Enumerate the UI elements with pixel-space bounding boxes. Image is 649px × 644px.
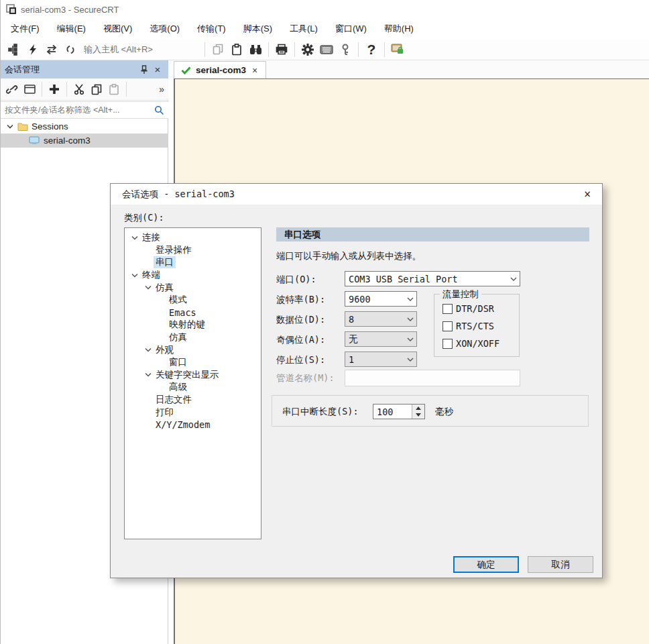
category-item-1[interactable]: 登录操作 — [125, 244, 261, 257]
toolbar-separator — [66, 82, 67, 97]
category-item-label: 仿真 — [154, 282, 176, 294]
category-item-6[interactable]: Emacs — [125, 307, 261, 319]
chevron-down-icon[interactable] — [404, 337, 416, 341]
category-item-12[interactable]: 高级 — [125, 381, 261, 394]
host-input[interactable] — [84, 42, 201, 58]
checkbox-rts-cts[interactable]: RTS/CTS — [442, 321, 494, 331]
chevron-down-icon[interactable] — [508, 277, 520, 281]
dialog-title-bar: 会话选项 - serial-com3 — [111, 184, 602, 205]
category-item-label: 模式 — [167, 294, 189, 306]
find-icon[interactable] — [246, 41, 265, 58]
menu-item-4[interactable]: 传输(T) — [188, 19, 235, 38]
paste-icon[interactable] — [105, 81, 123, 97]
serial-options-header: 串口选项 — [276, 227, 589, 241]
menu-item-1[interactable]: 编辑(E) — [48, 19, 95, 38]
tab-bar: serial-com3 × — [168, 60, 649, 78]
connect-icon[interactable] — [3, 81, 21, 97]
ok-button[interactable]: 确定 — [453, 556, 519, 573]
chevron-down-icon[interactable] — [129, 273, 140, 278]
pin-icon[interactable] — [137, 63, 151, 76]
close-icon[interactable]: × — [151, 63, 164, 76]
checkbox-xon-xoff[interactable]: XON/XOFF — [442, 338, 499, 349]
toolbar-separator — [294, 42, 295, 57]
chevron-down-icon[interactable] — [129, 235, 140, 240]
category-item-label: 关键字突出显示 — [154, 369, 221, 381]
category-item-14[interactable]: 打印 — [125, 406, 261, 419]
menu-item-8[interactable]: 帮助(H) — [375, 19, 422, 38]
options-gear-icon[interactable] — [298, 41, 317, 58]
break-length-spinner[interactable]: 100 — [373, 404, 425, 419]
chevron-down-icon[interactable] — [5, 124, 15, 129]
spinner-down-icon[interactable] — [412, 412, 424, 419]
tab-serial-com3[interactable]: serial-com3 × — [174, 61, 266, 78]
tree-item-sessions[interactable]: Sessions — [1, 119, 168, 133]
copy-icon[interactable] — [209, 41, 227, 58]
baud-combobox[interactable]: 9600 — [345, 291, 417, 307]
paste-icon[interactable] — [227, 41, 246, 58]
new-window-icon[interactable] — [21, 81, 38, 97]
key-icon[interactable] — [336, 41, 355, 58]
category-item-label: 仿真 — [167, 331, 189, 343]
toolbar-overflow-icon[interactable]: » — [159, 84, 164, 95]
tree-item-session[interactable]: serial-com3 — [1, 133, 168, 148]
category-item-11[interactable]: 关键字突出显示 — [125, 369, 261, 382]
stop-bits-combobox[interactable]: 1 — [345, 352, 417, 367]
chevron-down-icon[interactable] — [142, 347, 154, 352]
spinner-up-icon[interactable] — [412, 405, 424, 412]
category-item-3[interactable]: 终端 — [125, 269, 261, 282]
new-session-icon[interactable] — [46, 81, 63, 97]
reconnect-icon[interactable] — [42, 41, 61, 58]
menu-item-2[interactable]: 视图(V) — [95, 19, 141, 38]
port-combobox[interactable]: COM3 USB Serial Port — [345, 271, 520, 286]
main-toolbar: ? — [1, 39, 649, 60]
cancel-button[interactable]: 取消 — [528, 556, 593, 573]
checkbox-label: RTS/CTS — [456, 321, 494, 331]
checkbox-icon[interactable] — [442, 339, 453, 349]
session-manager-icon[interactable] — [5, 41, 23, 58]
help-icon[interactable]: ? — [362, 41, 381, 58]
session-security-icon[interactable] — [388, 41, 407, 58]
cut-icon[interactable] — [70, 81, 88, 97]
category-item-7[interactable]: 映射的键 — [125, 319, 261, 331]
checkbox-icon[interactable] — [442, 304, 453, 314]
chevron-down-icon[interactable] — [142, 372, 154, 377]
category-item-2[interactable]: 串口 — [125, 256, 261, 269]
keymap-icon[interactable] — [317, 41, 336, 58]
checkbox-dtr-dsr[interactable]: DTR/DSR — [442, 303, 494, 314]
category-tree: 连接登录操作串口终端仿真模式Emacs映射的键仿真外观窗口关键字突出显示高级日志… — [124, 227, 261, 539]
disconnect-icon[interactable] — [61, 41, 80, 58]
category-item-5[interactable]: 模式 — [125, 294, 261, 307]
menu-item-3[interactable]: 选项(O) — [141, 19, 188, 38]
chevron-down-icon[interactable] — [404, 297, 416, 301]
port-label: 端口(O): — [276, 274, 316, 286]
category-item-13[interactable]: 日志文件 — [125, 394, 261, 407]
category-item-8[interactable]: 仿真 — [125, 331, 261, 344]
menu-item-7[interactable]: 窗口(W) — [327, 19, 375, 38]
tab-close-icon[interactable]: × — [251, 65, 259, 76]
baud-label: 波特率(B): — [276, 294, 325, 306]
session-monitor-icon — [29, 136, 40, 145]
quick-connect-icon[interactable] — [23, 41, 42, 58]
search-icon[interactable] — [150, 105, 168, 115]
data-bits-combobox[interactable]: 8 — [345, 311, 417, 327]
category-item-label: 打印 — [154, 407, 176, 419]
menu-item-0[interactable]: 文件(F) — [2, 19, 48, 38]
category-item-label: X/Y/Zmodem — [154, 419, 212, 430]
checkbox-icon[interactable] — [442, 321, 453, 331]
chevron-down-icon[interactable] — [404, 317, 416, 321]
category-item-10[interactable]: 窗口 — [125, 356, 261, 369]
print-icon[interactable] — [272, 41, 291, 58]
category-item-4[interactable]: 仿真 — [125, 281, 261, 294]
chevron-down-icon[interactable] — [142, 285, 154, 290]
dialog-close-icon[interactable]: × — [578, 185, 597, 203]
category-item-0[interactable]: 连接 — [125, 231, 261, 244]
break-length-value[interactable]: 100 — [373, 405, 412, 419]
menu-item-6[interactable]: 工具(L) — [281, 19, 327, 38]
session-filter-input[interactable] — [1, 103, 150, 117]
category-item-15[interactable]: X/Y/Zmodem — [125, 419, 261, 431]
category-item-9[interactable]: 外观 — [125, 343, 261, 356]
chevron-down-icon[interactable] — [404, 358, 416, 362]
menu-item-5[interactable]: 脚本(S) — [235, 19, 281, 38]
copy-icon[interactable] — [88, 81, 105, 97]
parity-combobox[interactable]: 无 — [345, 331, 417, 347]
